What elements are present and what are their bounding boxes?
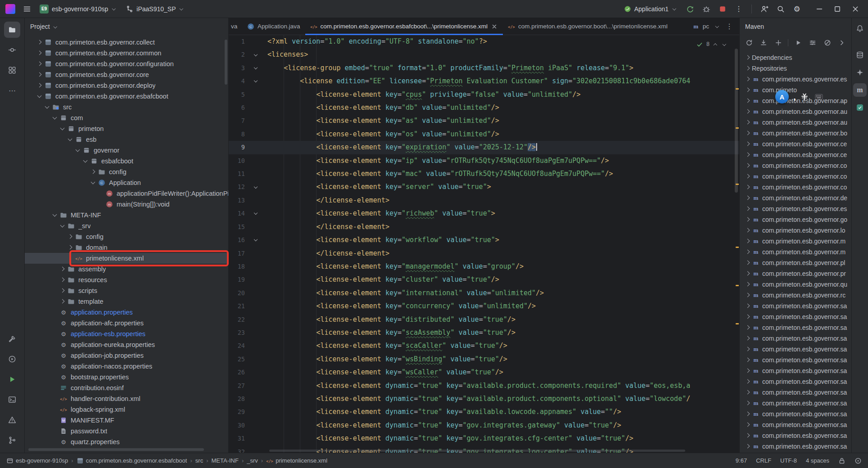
maven-tree-item[interactable]: mcom.primeton.esb.governor.sa bbox=[740, 344, 851, 355]
ime-language-icon[interactable]: A bbox=[775, 90, 789, 104]
maven-tree-item[interactable]: mcom.primeton.esb.governor.sa bbox=[740, 301, 851, 311]
code-line[interactable]: 29 <license-element dynamic="true" key="… bbox=[229, 405, 739, 418]
tree-item[interactable]: ⚙bootstrap.properties bbox=[25, 372, 228, 382]
tab-partial[interactable]: va bbox=[229, 18, 242, 35]
fold-chevron-icon[interactable] bbox=[249, 180, 262, 194]
code-line[interactable]: 19 <license-element key="cluster" value=… bbox=[229, 273, 739, 286]
maven-tree-item[interactable]: mcom.primeton.esb.governor.m bbox=[740, 247, 851, 257]
tree-item[interactable]: ⚙application-nacos.properties bbox=[25, 361, 228, 372]
tree-item[interactable]: config bbox=[25, 231, 228, 242]
next-problem-chevron-icon[interactable] bbox=[722, 41, 728, 47]
commit-tool-button[interactable] bbox=[4, 42, 20, 58]
ime-keyboard-icon[interactable] bbox=[813, 91, 825, 103]
maven-tree-item[interactable]: Repositories bbox=[740, 63, 851, 74]
close-button[interactable] bbox=[846, 0, 864, 18]
expand-chevron-icon[interactable] bbox=[744, 108, 752, 116]
expand-chevron-icon[interactable] bbox=[744, 292, 752, 299]
warning-stripe-mark[interactable] bbox=[736, 127, 739, 129]
maven-tree-item[interactable]: mcom.primeton.esb.governor.sa bbox=[740, 376, 851, 387]
line-number[interactable]: 11 bbox=[229, 167, 249, 180]
expand-chevron-icon[interactable] bbox=[744, 432, 752, 440]
code-line[interactable]: 27 <license-element dynamic="true" key="… bbox=[229, 379, 739, 392]
breadcrumb-item[interactable]: com.primeton.esb.governor.esbafcboot bbox=[77, 457, 187, 464]
run-configuration-selector[interactable]: Application1 bbox=[620, 2, 681, 16]
search-everywhere-button[interactable] bbox=[773, 2, 788, 16]
maven-tree-item[interactable]: mcom.primeton.esb.governor.au bbox=[740, 117, 851, 128]
maven-tree-item[interactable]: mcom.primeton.esb.governor.go bbox=[740, 214, 851, 225]
tree-item[interactable]: template bbox=[25, 296, 228, 307]
expand-chevron-icon[interactable] bbox=[744, 97, 752, 105]
maven-download-sources-button[interactable] bbox=[759, 37, 768, 48]
warning-stripe-mark[interactable] bbox=[736, 247, 739, 248]
expand-chevron-icon[interactable] bbox=[744, 324, 752, 332]
maven-tree-item[interactable]: mcom.primeton.esb.governor.sa bbox=[740, 333, 851, 344]
code-line[interactable]: 6 <license-element key="db" value="unlim… bbox=[229, 101, 739, 114]
fold-chevron-icon[interactable] bbox=[249, 48, 262, 61]
code-line[interactable]: 25 <license-element key="wsBinding" valu… bbox=[229, 353, 739, 366]
project-panel-title[interactable]: Project bbox=[30, 23, 50, 30]
maven-tree-item[interactable]: mcom.primeton.esb.governor.co bbox=[740, 171, 851, 182]
tree-item[interactable]: com.primeton.esb.governor.configuration bbox=[25, 58, 228, 69]
services-tool-button[interactable] bbox=[4, 351, 20, 367]
line-number[interactable]: 26 bbox=[229, 366, 249, 379]
line-number[interactable]: 30 bbox=[229, 419, 249, 432]
maven-tree-item[interactable]: mcom.primeton.esb.governor.qu bbox=[740, 279, 851, 290]
line-number[interactable]: 17 bbox=[229, 247, 249, 260]
code-line[interactable]: 17 </license-element> bbox=[229, 247, 739, 260]
maven-tree-item[interactable]: mcom.primeton.esb.governor.pl bbox=[740, 257, 851, 268]
expand-chevron-icon[interactable] bbox=[744, 346, 752, 353]
maven-run-goal-button[interactable] bbox=[793, 37, 803, 48]
tree-item[interactable]: _srv bbox=[25, 220, 228, 231]
tree-item[interactable]: ⚙application-job.properties bbox=[25, 350, 228, 361]
expand-chevron-icon[interactable] bbox=[59, 222, 67, 230]
notifications-bell-button[interactable] bbox=[853, 22, 867, 35]
tree-item[interactable]: esbafcboot bbox=[25, 156, 228, 166]
line-number[interactable]: 5 bbox=[229, 88, 249, 101]
indent-indicator[interactable]: 4 spaces bbox=[806, 457, 829, 464]
maven-tree-item[interactable]: mcom.primeton.esb.governor.de bbox=[740, 193, 851, 203]
expand-chevron-icon[interactable] bbox=[59, 266, 67, 273]
code-line[interactable]: 11 <license-element key="mac" value="rOT… bbox=[229, 167, 739, 180]
expand-chevron-icon[interactable] bbox=[744, 86, 752, 94]
line-number[interactable]: 25 bbox=[229, 353, 249, 366]
main-menu-button[interactable] bbox=[20, 2, 34, 16]
maven-tree-item[interactable]: mcom.primeton.esb.governor.au bbox=[740, 106, 851, 117]
maven-refresh-button[interactable] bbox=[744, 37, 754, 48]
project-vertical-scrollbar[interactable] bbox=[225, 40, 227, 85]
expand-chevron-icon[interactable] bbox=[744, 443, 752, 450]
expand-chevron-icon[interactable] bbox=[744, 313, 752, 321]
hidden-tabs-chevron-icon[interactable] bbox=[714, 23, 720, 29]
tab-primetonlicense-esbafcboot[interactable]: </> com.primeton.esb.governor.esbafcboot… bbox=[305, 18, 503, 35]
tree-item[interactable]: ⚙quartz.properties bbox=[25, 436, 228, 447]
tree-item[interactable]: src bbox=[25, 102, 228, 112]
tree-item[interactable]: com.primeton.esb.governor.deploy bbox=[25, 80, 228, 91]
tab-application-java[interactable]: C Application.java bbox=[242, 18, 305, 35]
code-line[interactable]: 13 </license-element> bbox=[229, 194, 739, 207]
fold-chevron-icon[interactable] bbox=[249, 62, 262, 75]
terminal-tool-button[interactable] bbox=[4, 392, 20, 408]
line-number[interactable]: 15 bbox=[229, 220, 249, 234]
expand-chevron-icon[interactable] bbox=[51, 114, 59, 122]
tab-options-kebab[interactable]: ⋮ bbox=[724, 21, 735, 32]
expand-chevron-icon[interactable] bbox=[44, 104, 51, 111]
tree-item[interactable]: config bbox=[25, 166, 228, 177]
maven-tree-item[interactable]: mcom.primeton.esb.governor.sa bbox=[740, 430, 851, 441]
expand-chevron-icon[interactable] bbox=[744, 194, 752, 202]
expand-chevron-icon[interactable] bbox=[744, 162, 752, 170]
tree-item[interactable]: ⚙application.properties bbox=[25, 307, 228, 318]
maven-tree-item[interactable]: mcom.primeton.esb.governor.sa bbox=[740, 419, 851, 430]
tree-item[interactable]: scripts bbox=[25, 285, 228, 296]
code-line[interactable]: 24 <license-element key="scaCaller" valu… bbox=[229, 339, 739, 352]
build-tool-button[interactable] bbox=[4, 331, 20, 347]
vcs-branch-widget[interactable]: iPaaS910_SP bbox=[122, 2, 188, 16]
line-number[interactable]: 32 bbox=[229, 446, 249, 453]
code-line[interactable]: 8 <license-element key="os" value="unlim… bbox=[229, 128, 739, 141]
tree-item[interactable]: CApplication bbox=[25, 177, 228, 188]
minimize-button[interactable] bbox=[810, 0, 828, 18]
tree-item[interactable]: mapplicationPidFileWriter():ApplicationP… bbox=[25, 188, 228, 199]
tree-item[interactable]: com.primeton.esb.governor.collect bbox=[25, 37, 228, 48]
tree-item[interactable]: resources bbox=[25, 274, 228, 285]
tree-item[interactable]: </>handler-contribution.xml bbox=[25, 393, 228, 404]
maven-tree-item[interactable]: mcom.primeton.esb.governor.lo bbox=[740, 225, 851, 236]
code-editor[interactable]: 1<?xml version="1.0" encoding="UTF-8" st… bbox=[229, 35, 739, 453]
